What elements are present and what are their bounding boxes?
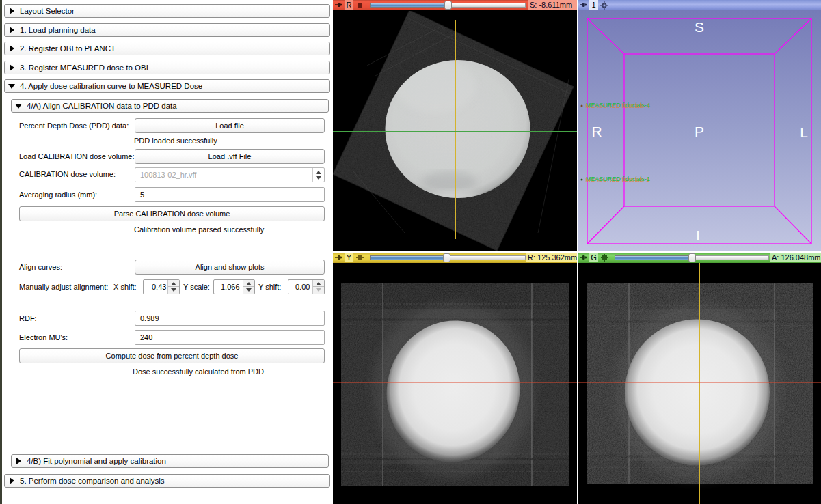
svg-text:I: I <box>696 227 700 243</box>
svg-text:MEASURED fiducials-1: MEASURED fiducials-1 <box>586 176 650 182</box>
svg-text:L: L <box>800 124 808 140</box>
svg-text:P: P <box>695 124 704 139</box>
svg-text:S: S <box>695 19 704 35</box>
svg-text:MEASURED fiducials-4: MEASURED fiducials-4 <box>586 102 650 109</box>
svg-text:R: R <box>591 124 602 139</box>
